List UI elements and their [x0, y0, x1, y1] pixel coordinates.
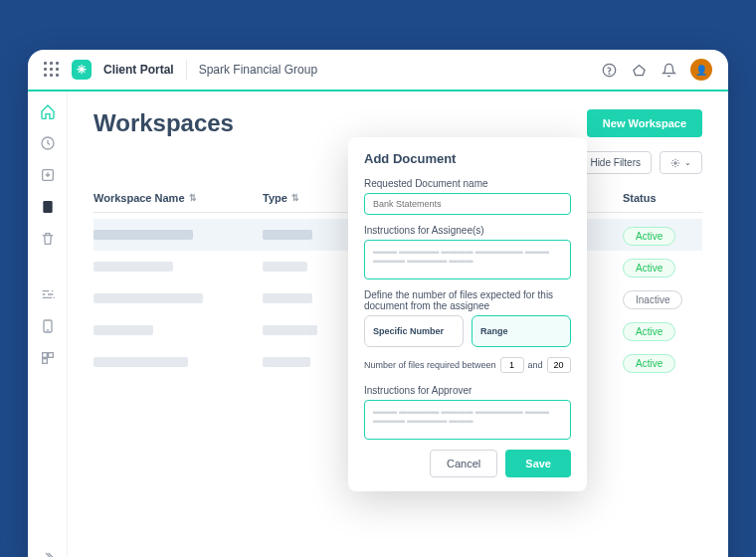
- svg-point-9: [674, 161, 677, 164]
- add-document-modal: Add Document Requested Document name Ins…: [348, 137, 587, 491]
- sort-icon: ⇅: [291, 193, 299, 203]
- trash-icon[interactable]: [40, 231, 56, 247]
- file-count-mode: Specific Number Range: [364, 315, 571, 347]
- sliders-icon[interactable]: [40, 286, 56, 302]
- brand-name: Client Portal: [103, 63, 174, 77]
- range-inputs: Number of files required between and: [364, 357, 571, 373]
- range-option[interactable]: Range: [472, 315, 571, 347]
- chat-icon[interactable]: [631, 62, 647, 78]
- range-min-input[interactable]: [500, 357, 524, 373]
- assignee-instr-label: Instructions for Assignee(s): [364, 225, 571, 236]
- clock-icon[interactable]: [40, 135, 56, 151]
- apps-grid-icon[interactable]: [44, 62, 60, 78]
- gear-icon: [670, 158, 680, 168]
- chevron-down-icon: ⌄: [684, 158, 691, 167]
- status-badge: Active: [623, 354, 675, 373]
- home-icon[interactable]: [40, 103, 56, 119]
- divider: [186, 60, 187, 80]
- brand-badge-icon: ✳: [72, 60, 92, 80]
- settings-dropdown-button[interactable]: ⌄: [660, 151, 702, 174]
- device-icon[interactable]: [40, 318, 56, 334]
- svg-point-1: [609, 73, 610, 74]
- company-name: Spark Financial Group: [199, 63, 317, 77]
- sort-icon: ⇅: [189, 193, 197, 203]
- modal-title: Add Document: [364, 151, 571, 166]
- user-avatar[interactable]: 👤: [690, 59, 712, 81]
- topbar-actions: 👤: [601, 59, 712, 81]
- sidebar: [28, 92, 68, 557]
- svg-rect-8: [42, 359, 47, 364]
- cancel-button[interactable]: Cancel: [430, 450, 497, 477]
- doc-name-input[interactable]: [364, 193, 571, 215]
- specific-number-option[interactable]: Specific Number: [364, 315, 464, 347]
- status-badge: Inactive: [623, 290, 682, 309]
- hide-filters-label: Hide Filters: [590, 157, 641, 168]
- new-workspace-button[interactable]: New Workspace: [587, 109, 702, 137]
- svg-rect-6: [42, 353, 47, 358]
- page-header: Workspaces New Workspace: [94, 109, 702, 137]
- assignee-instr-textarea[interactable]: ▬▬▬ ▬▬▬▬▬ ▬▬▬▬ ▬▬▬▬▬▬ ▬▬▬ ▬▬▬▬ ▬▬▬▬▬ ▬▬▬: [364, 240, 571, 279]
- range-max-input[interactable]: [547, 357, 571, 373]
- expand-icon[interactable]: [40, 549, 56, 557]
- modal-footer: Cancel Save: [364, 450, 571, 477]
- download-icon[interactable]: [40, 167, 56, 183]
- svg-rect-7: [48, 353, 53, 358]
- doc-name-label: Requested Document name: [364, 178, 571, 189]
- modules-icon[interactable]: [40, 350, 56, 366]
- status-badge: Active: [623, 322, 675, 341]
- page-title: Workspaces: [94, 109, 234, 137]
- topbar: ✳ Client Portal Spark Financial Group 👤: [28, 50, 728, 92]
- files-expected-label: Define the number of files expected for …: [364, 289, 571, 311]
- save-button[interactable]: Save: [505, 450, 571, 477]
- range-and: and: [528, 360, 543, 370]
- approver-instr-label: Instructions for Approver: [364, 385, 571, 396]
- column-workspace-name[interactable]: Workspace Name ⇅: [94, 192, 263, 204]
- approver-instr-textarea[interactable]: ▬▬▬ ▬▬▬▬▬ ▬▬▬▬ ▬▬▬▬▬▬ ▬▬▬ ▬▬▬▬ ▬▬▬▬▬ ▬▬▬: [364, 400, 571, 440]
- document-icon[interactable]: [40, 199, 56, 215]
- column-status: Status: [623, 192, 702, 204]
- bell-icon[interactable]: [661, 62, 676, 78]
- range-caption: Number of files required between: [364, 360, 496, 370]
- column-type[interactable]: Type ⇅: [263, 192, 352, 204]
- status-badge: Active: [623, 227, 675, 246]
- help-icon[interactable]: [601, 62, 617, 78]
- status-badge: Active: [623, 259, 675, 278]
- svg-rect-4: [43, 201, 52, 213]
